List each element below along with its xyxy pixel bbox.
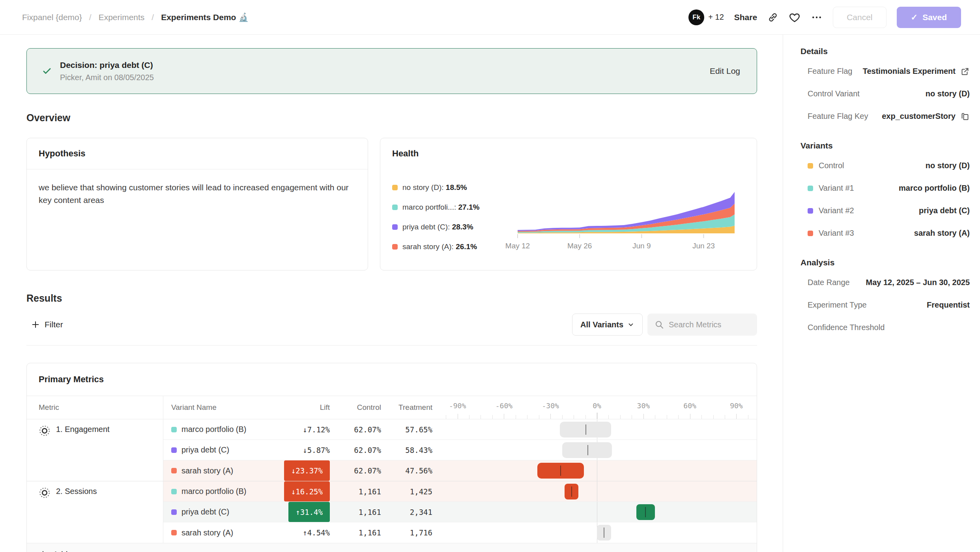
health-legend-item: marco portfoli...: 27.1% [392, 203, 502, 212]
primary-metrics-title: Primary Metrics [27, 363, 757, 396]
variant-row[interactable]: priya debt (C) ↓5.87% 62.07% 58.43% [163, 440, 757, 460]
confidence-interval-cell [432, 502, 757, 522]
treatment-value: 2,341 [381, 502, 432, 522]
details-heading: Details [800, 47, 970, 56]
axis-tick [678, 415, 679, 419]
hypothesis-body: we believe that showing customer stories… [27, 169, 368, 218]
sidebar-row: Date Range May 12, 2025 – Jun 30, 2025 [800, 271, 970, 294]
overview-heading: Overview [26, 112, 757, 124]
add-metric-button[interactable]: Add [27, 543, 757, 552]
decision-text: Decision: priya debt (C) Picker, Amit on… [60, 60, 154, 82]
avatar[interactable]: Fk [688, 9, 704, 25]
copy-link-button[interactable] [767, 12, 778, 23]
axis-tick [608, 415, 609, 419]
svg-text:Jun 23: Jun 23 [692, 242, 715, 250]
add-filter-button[interactable]: Filter [26, 316, 68, 333]
decision-title: Decision: priya debt (C) [60, 60, 154, 70]
health-legend-item: sarah story (A): 26.1% [392, 242, 502, 251]
more-options-button[interactable] [811, 11, 823, 23]
cancel-button[interactable]: Cancel [833, 7, 886, 28]
treatment-value: 1,425 [381, 481, 432, 501]
control-value: 62.07% [330, 419, 381, 439]
health-title: Health [380, 138, 757, 169]
health-card: Health no story (D): 18.5% marco portfol… [380, 138, 757, 270]
share-button[interactable]: Share [734, 13, 757, 22]
external-link-icon [960, 67, 970, 76]
variant-name: priya debt (C) [181, 507, 229, 516]
axis-tick-label: -30% [542, 402, 559, 410]
hypothesis-title: Hypothesis [27, 138, 368, 169]
breadcrumb-experiments[interactable]: Experiments [99, 13, 145, 22]
breadcrumb-separator: / [89, 13, 92, 22]
variant-color-swatch [392, 185, 398, 190]
breadcrumb-project[interactable]: Fixpanel {demo} [22, 13, 82, 22]
variant-color-swatch [171, 530, 177, 535]
axis-tick [690, 414, 690, 419]
variant-cell: sarah story (A) [163, 460, 277, 481]
axis-tick [585, 415, 586, 419]
variant-name: marco portfolio (B) [181, 487, 247, 496]
svg-text:Jun 9: Jun 9 [632, 242, 651, 250]
axis-tick [516, 415, 516, 419]
control-value: 62.07% [330, 440, 381, 460]
saved-label: Saved [922, 13, 947, 22]
variant-color-swatch [171, 468, 177, 473]
edit-log-button[interactable]: Edit Log [710, 66, 740, 76]
analysis-rows: Date Range May 12, 2025 – Jun 30, 2025 E… [800, 271, 970, 339]
lift-cell: ↓7.12% [277, 419, 330, 439]
metric-cell: 2. Sessions [27, 481, 163, 543]
search-metrics-input[interactable] [669, 320, 750, 329]
favorite-button[interactable] [789, 11, 800, 23]
filter-row: Filter All Variants [26, 314, 757, 336]
axis-tick-label: 60% [683, 402, 696, 410]
variant-row[interactable]: marco portfolio (B) ↓7.12% 62.07% 57.65% [163, 419, 757, 440]
axis-tick [643, 414, 644, 419]
control-value: 1,161 [330, 481, 381, 501]
lift-value: ↓5.87% [303, 446, 330, 454]
search-icon [655, 320, 664, 329]
sidebar-row: Control Variant no story (D) [800, 83, 970, 105]
hypothesis-card: Hypothesis we believe that showing custo… [26, 138, 368, 270]
treatment-value: 57.65% [381, 419, 432, 439]
variant-color-swatch [808, 186, 813, 191]
axis-tick-label: -90% [449, 402, 466, 410]
variant-cell: sarah story (A) [163, 522, 277, 543]
add-label: Add [53, 550, 67, 552]
collaborator-count[interactable]: + 12 [708, 13, 724, 22]
axis-tick-label: -60% [496, 402, 512, 410]
all-variants-dropdown[interactable]: All Variants [572, 314, 643, 336]
zero-line [597, 502, 597, 522]
health-chart: May 12May 26Jun 9Jun 23 [502, 177, 746, 251]
plus-icon [31, 320, 40, 329]
details-rows: Feature Flag Testimonials Experiment Con… [800, 60, 970, 128]
lift-cell: ↓23.37% [277, 460, 330, 481]
variant-row[interactable]: sarah story (A) ↑4.54% 1,161 1,716 [163, 522, 757, 543]
axis-tick [446, 415, 446, 419]
axis-tick [481, 415, 481, 419]
axis-tick [574, 415, 574, 419]
divider [26, 345, 757, 345]
variant-color-swatch [392, 205, 398, 210]
copy-icon [960, 112, 970, 121]
saved-button[interactable]: ✓ Saved [897, 7, 961, 28]
results-heading: Results [26, 293, 757, 304]
variant-row[interactable]: sarah story (A) ↓23.37% 62.07% 47.56% [163, 460, 757, 481]
variant-row[interactable]: priya debt (C) ↑31.4% 1,161 2,341 [163, 502, 757, 522]
confidence-interval-bar [562, 442, 612, 458]
health-legend-item: priya debt (C): 28.3% [392, 223, 502, 231]
external-link-button[interactable] [960, 67, 970, 76]
sidebar-row: Variant #1 marco portfolio (B) [800, 177, 970, 199]
variant-color-swatch [171, 447, 177, 453]
axis-tick-label: 30% [637, 402, 650, 410]
control-value: 1,161 [330, 502, 381, 522]
zero-line [597, 460, 597, 481]
metric-cell: 1. Engagement [27, 419, 163, 481]
axis-tick [550, 414, 551, 419]
details-sidebar: Details Feature Flag Testimonials Experi… [783, 35, 980, 552]
primary-metrics-card: Primary Metrics Metric Variant Name Lift… [26, 363, 757, 552]
axis-tick [539, 415, 539, 419]
sidebar-row: Control no story (D) [800, 154, 970, 177]
variant-row[interactable]: marco portfolio (B) ↓16.25% 1,161 1,425 [163, 481, 757, 502]
axis-tick [504, 414, 504, 419]
copy-button[interactable] [960, 112, 970, 121]
